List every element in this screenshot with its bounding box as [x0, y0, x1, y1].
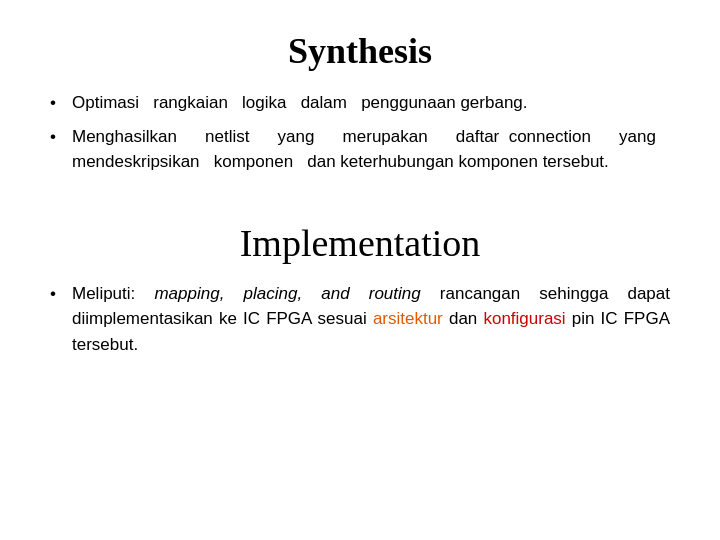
bullet-dot-1: •: [50, 90, 72, 116]
implementation-title: Implementation: [50, 221, 670, 265]
implementation-bullet-list: • Meliputi: mapping, placing, and routin…: [50, 281, 670, 366]
divider: [50, 201, 670, 211]
synthesis-bullet-1-text: Optimasi rangkaian logika dalam pengguna…: [72, 90, 670, 116]
arsitektur-link: arsitektur: [373, 309, 443, 328]
synthesis-bullet-list: • Optimasi rangkaian logika dalam penggu…: [50, 90, 670, 183]
implementation-bullet-1: • Meliputi: mapping, placing, and routin…: [50, 281, 670, 358]
konfigurasi-link: konfigurasi: [483, 309, 565, 328]
impl-bullet-dot-1: •: [50, 281, 72, 307]
synthesis-bullet-2: • Menghasilkan netlist yang merupakan da…: [50, 124, 670, 175]
implementation-bullet-1-text: Meliputi: mapping, placing, and routing …: [72, 281, 670, 358]
synthesis-bullet-1: • Optimasi rangkaian logika dalam penggu…: [50, 90, 670, 116]
synthesis-title: Synthesis: [50, 30, 670, 72]
bullet-dot-2: •: [50, 124, 72, 150]
page: Synthesis • Optimasi rangkaian logika da…: [0, 0, 720, 540]
synthesis-bullet-2-text: Menghasilkan netlist yang merupakan daft…: [72, 124, 670, 175]
italic-text: mapping, placing, and routing: [154, 284, 420, 303]
